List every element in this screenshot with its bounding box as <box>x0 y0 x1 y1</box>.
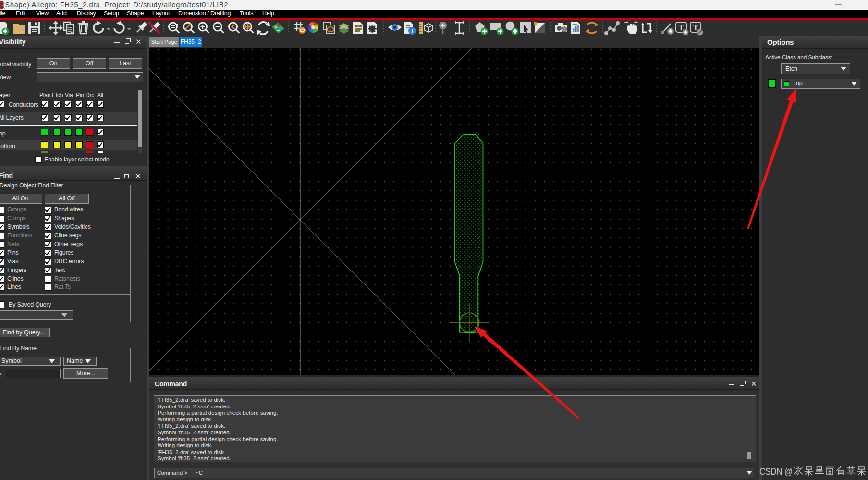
svg-text:CSDN @: CSDN @ <box>759 466 793 477</box>
